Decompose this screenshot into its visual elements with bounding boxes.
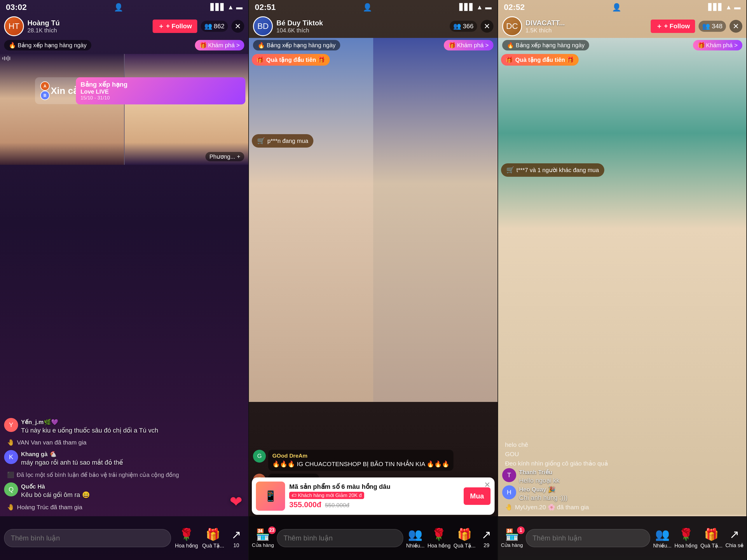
bottom-bar: 🏪 Cửa hàng 23 👥 Nhiều... 🌹 Hoa hồng 🎁 Qu… bbox=[249, 516, 497, 560]
panel-3: 02:52 👤 ▋▋▋ ▲ ▬ DC DIVACATT... 1.5K thíc… bbox=[498, 0, 747, 560]
wifi-icon: ▲ bbox=[476, 3, 483, 11]
store-badge: 1 bbox=[517, 527, 525, 534]
comment-input[interactable] bbox=[526, 529, 650, 547]
p2-second-person bbox=[373, 38, 497, 402]
close-button[interactable]: ✕ bbox=[729, 20, 742, 33]
kham-pha-button[interactable]: 🎁 Khám phá > bbox=[444, 40, 493, 50]
battery-icon: ▬ bbox=[236, 3, 242, 11]
eye-icon: 👥 bbox=[702, 23, 710, 30]
status-time: 02:51 bbox=[255, 3, 276, 12]
phương-tag: Phương... + bbox=[205, 152, 244, 161]
share-action[interactable]: ↗ Chia sẻ bbox=[725, 528, 744, 549]
ranking-pill: 🔥 Bảng xếp hạng hàng ngày bbox=[253, 40, 340, 50]
kham-pha-button[interactable]: 🎁 Khám phá > bbox=[195, 40, 244, 50]
popup-close-button[interactable]: ✕ bbox=[484, 480, 490, 489]
ranking-bar: 🔥 Bảng xếp hạng hàng ngày 🎁 Khám phá > bbox=[249, 38, 497, 53]
comment-item: H Heo Quay 🎉 Chỉ anh hùng :))) bbox=[502, 485, 742, 503]
gift-small-icon: 🎁 bbox=[698, 42, 705, 49]
store-wrap[interactable]: 🏪 Cửa hàng 23 bbox=[252, 528, 274, 548]
hand-icon: 🤚 bbox=[505, 504, 513, 511]
panel-1: Phương... + 03:02 👤 ▋▋▋ ▲ ▬ HT Hoàng Tú … bbox=[0, 0, 249, 560]
cart-icon: 🛒 bbox=[506, 166, 514, 174]
gift-icon: 🎁 bbox=[206, 528, 220, 541]
gift-action[interactable]: 🎁 Quà Tặ... bbox=[454, 528, 475, 549]
gift-icon: 🎁 bbox=[704, 528, 719, 541]
close-button[interactable]: ✕ bbox=[481, 20, 493, 33]
gift-small-icon: 🎁 bbox=[448, 42, 456, 49]
share-action[interactable]: ↗ 10 bbox=[228, 528, 244, 549]
comments-area: helo chê GOU Đeo kính nhìn giống cô giáo… bbox=[498, 440, 746, 515]
filter-notice: ⬛ Đã lọc một số bình luận để bảo vệ trải… bbox=[4, 470, 244, 480]
avatar: BD bbox=[253, 16, 273, 36]
product-info: Mã sản phẩm số 6 màu hồng dâu 🏷 Khách hà… bbox=[289, 483, 459, 509]
comment-avatar: T bbox=[502, 468, 516, 482]
user-followers: 1.5K thích bbox=[525, 27, 647, 34]
gift-action[interactable]: 🎁 Quà Tặ... bbox=[700, 528, 722, 549]
rose-action[interactable]: 🌹 Hoa hồng bbox=[175, 528, 198, 549]
panel-2: 02:51 👤 ▋▋▋ ▲ ▬ BD Bé Duy Tiktok 104.6K … bbox=[249, 0, 498, 560]
plain-comment: helo chê bbox=[502, 440, 742, 450]
hand-icon: 🤚 bbox=[7, 439, 15, 446]
top-bar: HT Hoàng Tú 28.1K thích ＋ + Follow 👥 862… bbox=[0, 15, 248, 38]
comment-input[interactable] bbox=[4, 529, 171, 547]
user-name: Bé Duy Tiktok bbox=[276, 19, 446, 27]
rose-action[interactable]: 🌹 Hoa hồng bbox=[674, 528, 697, 549]
signal-icon: ▋▋▋ bbox=[210, 3, 225, 11]
gift-badge: 🎁 Quà tặng đầu tiên 🎁 bbox=[252, 54, 330, 65]
store-icon: 🏪 bbox=[256, 528, 269, 541]
p2-main-person bbox=[249, 38, 385, 402]
store-wrap[interactable]: 🏪 Cửa hàng 1 bbox=[501, 528, 523, 548]
follow-button[interactable]: ＋ + Follow bbox=[651, 20, 695, 33]
ranking-bar: 🔥 Bảng xếp hạng hàng ngày 🎁 Khám phá > bbox=[498, 38, 746, 53]
comment-input[interactable] bbox=[277, 529, 403, 547]
tiktok-icon: ⬛ bbox=[7, 471, 14, 478]
comment-avatar: Q bbox=[4, 482, 18, 497]
people-icon: 👥 bbox=[655, 528, 670, 541]
product-badge: 🏷 Khách hàng mới Giảm 20K đ bbox=[289, 492, 364, 499]
status-person-icon: 👤 bbox=[363, 3, 372, 12]
bang-card: Bảng xếp hạng Love LIVE 15/10 - 31/10 bbox=[76, 77, 246, 104]
user-followers: 104.6K thích bbox=[276, 27, 446, 34]
gift-badge-icon: 🎁 bbox=[257, 56, 264, 63]
shopping-badge: 🛒 t***7 và 1 người khác đang mua bbox=[501, 163, 604, 177]
status-bar: 02:52 👤 ▋▋▋ ▲ ▬ bbox=[498, 0, 746, 15]
hand-icon: 🤚 bbox=[7, 504, 15, 511]
share-action[interactable]: ↗ 29 bbox=[479, 528, 495, 549]
gift-badge: 🎁 Quà tặng đầu tiên 🎁 bbox=[501, 54, 578, 65]
gift-small-icon: 🎁 bbox=[200, 42, 207, 49]
rose-icon: 🌹 bbox=[432, 528, 446, 541]
bottom-bar: 🏪 Cửa hàng 1 👥 Nhiều... 🌹 Hoa hồng 🎁 Quà… bbox=[498, 516, 746, 560]
status-time: 03:02 bbox=[6, 3, 27, 12]
bottom-bar: 🌹 Hoa hồng 🎁 Quà Tặ... ↗ 10 bbox=[0, 516, 248, 560]
wifi-icon: ▲ bbox=[725, 3, 732, 11]
comment-item: T Thanh Triều Hello ngoại kk bbox=[502, 468, 742, 485]
signal-icon: ▋▋▋ bbox=[459, 3, 474, 11]
share-icon: ↗ bbox=[482, 528, 491, 541]
buy-button[interactable]: Mua bbox=[464, 487, 490, 505]
battery-icon: ▬ bbox=[485, 3, 492, 11]
shopping-badge: 🛒 p***n đang mua bbox=[252, 134, 313, 148]
gift-action[interactable]: 🎁 Quà Tặ... bbox=[202, 528, 224, 549]
people-action[interactable]: 👥 Nhiều... bbox=[653, 528, 671, 549]
status-bar: 03:02 👤 ▋▋▋ ▲ ▬ bbox=[0, 0, 248, 15]
split-video-area: Phương... + bbox=[0, 54, 248, 165]
follow-button[interactable]: ＋ + Follow bbox=[153, 20, 197, 33]
cart-icon: 🛒 bbox=[257, 137, 265, 145]
rose-action[interactable]: 🌹 Hoa hồng bbox=[428, 528, 450, 549]
close-button[interactable]: ✕ bbox=[231, 20, 244, 33]
comment-item: Y Yến_j.m🌿💜 Tú này kiu e uống thuốc sâu … bbox=[4, 418, 244, 435]
eye-icon: 👥 bbox=[204, 23, 212, 30]
product-image: 📱 bbox=[256, 482, 285, 511]
heart-button[interactable]: ❤ bbox=[230, 493, 242, 510]
follow-plus-icon: ＋ bbox=[656, 22, 662, 31]
avatar: DC bbox=[502, 16, 522, 36]
kham-pha-button[interactable]: 🎁 Khám phá > bbox=[693, 40, 742, 50]
status-time: 02:52 bbox=[504, 3, 525, 12]
comment-item: Q Quốc Hà Kêu bò cái gối ôm ra 😄 bbox=[4, 482, 244, 500]
people-action[interactable]: 👥 Nhiều... bbox=[406, 528, 424, 549]
ranking-pill: 🔥 Bảng xếp hạng hàng ngày bbox=[502, 40, 589, 50]
user-info: DIVACATT... 1.5K thích bbox=[525, 19, 647, 34]
eye-icon: 👥 bbox=[453, 23, 461, 30]
product-name: Mã sản phẩm số 6 màu hồng dâu bbox=[289, 483, 459, 490]
user-info: Bé Duy Tiktok 104.6K thích bbox=[276, 19, 446, 34]
